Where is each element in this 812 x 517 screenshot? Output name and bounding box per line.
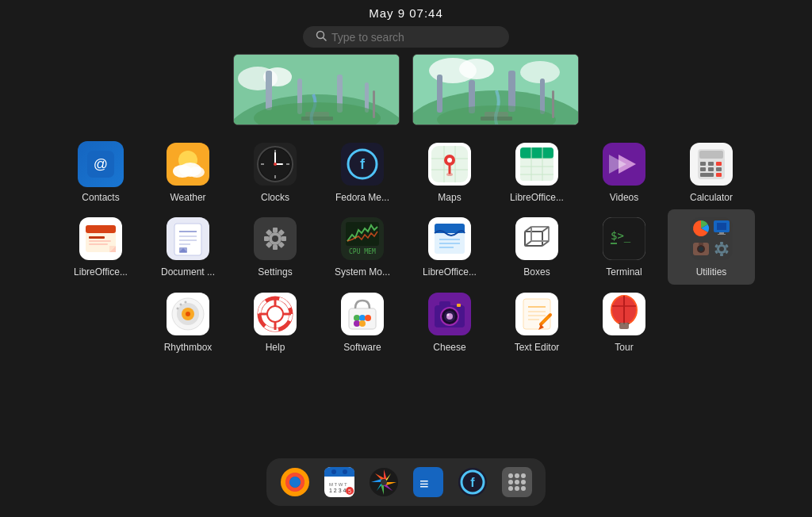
svg-point-16 <box>459 59 494 79</box>
svg-rect-18 <box>437 75 442 113</box>
tour-icon <box>601 291 647 337</box>
svg-point-169 <box>447 313 450 316</box>
taskbar-firefox[interactable] <box>276 463 314 501</box>
svg-text:≡: ≡ <box>419 475 429 492</box>
svg-rect-73 <box>716 167 722 171</box>
svg-point-225 <box>508 486 513 491</box>
videos-label: Videos <box>610 192 638 203</box>
app-weather[interactable]: Weather <box>144 135 232 209</box>
svg-point-222 <box>508 480 513 484</box>
svg-point-224 <box>521 480 526 484</box>
taskbar: M T W T 1 2 3 4 5 ≡ <box>266 458 546 506</box>
window-thumb-2[interactable] <box>412 54 579 125</box>
svg-text:f: f <box>470 476 475 489</box>
svg-point-198 <box>343 469 347 474</box>
search-bar[interactable] <box>303 26 509 48</box>
rhythmbox-label: Rhythmbox <box>164 342 213 353</box>
svg-rect-99 <box>273 245 278 250</box>
libreoffice-calc-label: LibreOffice... <box>510 192 564 203</box>
app-terminal[interactable]: $>_ Terminal <box>580 209 668 284</box>
svg-rect-97 <box>282 236 286 241</box>
taskbar-calendar[interactable]: M T W T 1 2 3 4 5 <box>320 463 358 501</box>
maps-icon <box>427 141 473 187</box>
svg-point-158 <box>354 315 360 321</box>
app-fedora-media[interactable]: f Fedora Me... <box>319 135 406 209</box>
svg-point-145 <box>177 307 179 309</box>
apps-row-2: LibreOffice... Document ... <box>57 209 755 284</box>
weather-icon <box>165 141 211 187</box>
svg-rect-72 <box>708 167 714 171</box>
svg-point-130 <box>699 247 703 251</box>
text-editor-label: Text Editor <box>515 342 560 353</box>
libreoffice-impress-label: LibreOffice... <box>74 266 128 278</box>
svg-rect-85 <box>174 224 201 255</box>
app-settings[interactable]: Settings <box>232 209 319 284</box>
app-libreoffice-impress[interactable]: LibreOffice... <box>57 209 144 284</box>
taskbar-blueman[interactable]: ≡ <box>409 463 447 501</box>
svg-rect-79 <box>89 236 105 239</box>
software-icon <box>339 291 385 337</box>
libreoffice-writer-label: LibreOffice... <box>423 266 477 278</box>
app-maps[interactable]: Maps <box>406 135 493 209</box>
apps-row-1: @ Contacts Weather <box>57 135 755 209</box>
svg-rect-56 <box>520 147 553 159</box>
rhythmbox-icon <box>165 291 211 337</box>
svg-line-1 <box>324 38 327 41</box>
app-help[interactable]: Help <box>232 285 319 359</box>
svg-point-94 <box>272 236 278 242</box>
svg-point-221 <box>521 473 526 478</box>
app-libreoffice-writer[interactable]: LibreOffice... <box>406 209 493 284</box>
svg-rect-112 <box>515 217 558 260</box>
fedora-media-label: Fedora Me... <box>335 192 389 203</box>
app-tour[interactable]: Tour <box>580 285 668 359</box>
svg-rect-104 <box>346 222 379 246</box>
app-contacts[interactable]: @ Contacts <box>57 135 144 209</box>
app-clocks[interactable]: Clocks <box>232 135 319 209</box>
app-rhythmbox[interactable]: Rhythmbox <box>144 285 232 359</box>
clocks-icon <box>252 141 298 187</box>
app-system-monitor[interactable]: CPU MEM System Mo... <box>319 209 406 284</box>
utilities-label: Utilities <box>696 266 727 278</box>
svg-rect-172 <box>523 299 550 329</box>
svg-point-31 <box>189 167 205 178</box>
search-input[interactable] <box>331 31 496 44</box>
contacts-label: Contacts <box>82 192 119 203</box>
settings-label: Settings <box>258 266 292 278</box>
svg-text:@: @ <box>94 156 108 172</box>
svg-point-160 <box>365 315 371 321</box>
svg-point-41 <box>274 163 277 166</box>
utilities-icon <box>688 216 734 262</box>
app-videos[interactable]: Videos <box>580 135 668 209</box>
boxes-icon <box>514 216 560 262</box>
terminal-label: Terminal <box>606 266 642 278</box>
app-text-editor[interactable]: Text Editor <box>493 285 580 359</box>
app-document-viewer[interactable]: Document ... <box>144 209 232 284</box>
app-calculator[interactable]: Calculator <box>668 135 755 209</box>
app-libreoffice-calc[interactable]: LibreOffice... <box>493 135 580 209</box>
document-viewer-label: Document ... <box>161 266 215 278</box>
svg-point-161 <box>354 320 360 327</box>
boxes-label: Boxes <box>523 266 550 278</box>
window-thumb-1[interactable] <box>233 54 400 125</box>
taskbar-colorsync[interactable] <box>365 463 403 501</box>
app-software[interactable]: Software <box>319 285 406 359</box>
svg-rect-68 <box>700 162 706 166</box>
taskbar-show-apps[interactable] <box>498 463 536 501</box>
svg-point-53 <box>446 173 453 176</box>
software-label: Software <box>343 342 381 353</box>
settings-icon <box>252 216 298 262</box>
app-boxes[interactable]: Boxes <box>493 209 580 284</box>
svg-rect-21 <box>540 79 545 114</box>
svg-rect-127 <box>718 234 726 235</box>
svg-point-159 <box>359 315 366 321</box>
cheese-label: Cheese <box>433 342 465 353</box>
libreoffice-calc-icon <box>514 141 560 187</box>
svg-rect-101 <box>264 236 269 241</box>
svg-rect-67 <box>699 151 723 159</box>
terminal-icon: $>_ <box>601 216 647 262</box>
svg-point-133 <box>719 247 724 251</box>
app-utilities[interactable]: Utilities <box>668 209 755 284</box>
taskbar-fedora[interactable]: f <box>454 463 492 501</box>
app-cheese[interactable]: Cheese <box>406 285 493 359</box>
svg-point-146 <box>180 303 182 305</box>
